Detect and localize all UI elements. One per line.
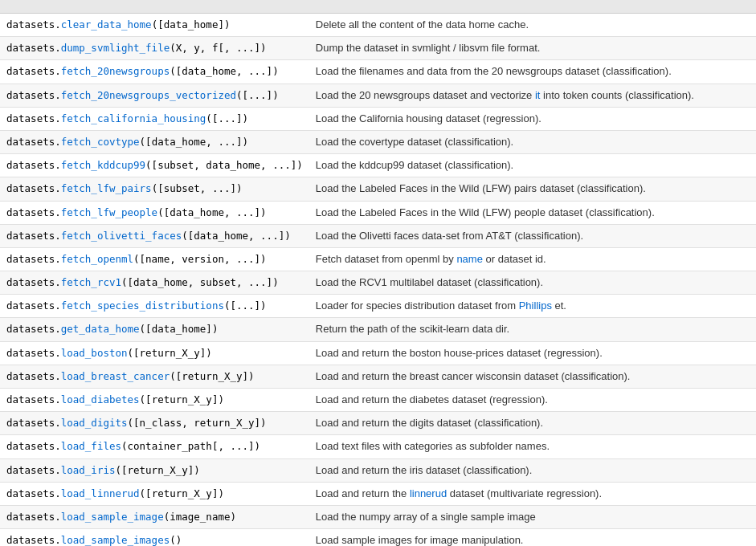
description-cell: Load and return the digits dataset (clas… [309, 412, 756, 435]
description-cell: Load the kddcup99 dataset (classificatio… [309, 154, 756, 177]
loaders-table: datasets.clear_data_home([data_home])Del… [0, 14, 756, 546]
description-cell: Load sample images for image manipulatio… [309, 529, 756, 546]
func-prefix: datasets. [6, 230, 61, 242]
table-row: datasets.clear_data_home([data_home])Del… [0, 14, 756, 37]
function-cell: datasets.fetch_20newsgroups([data_home, … [0, 60, 309, 84]
func-name-link[interactable]: clear_data_home [61, 18, 152, 31]
table-row: datasets.load_boston([return_X_y])Load a… [0, 341, 756, 365]
func-name-link[interactable]: dump_svmlight_file [61, 42, 170, 54]
description-cell: Return the path of the scikit-learn data… [309, 318, 756, 341]
func-prefix: datasets. [6, 299, 61, 312]
description-cell: Load the California housing dataset (reg… [309, 107, 756, 130]
table-row: datasets.fetch_california_housing([...])… [0, 107, 756, 130]
function-cell: datasets.fetch_openml([name, version, ..… [0, 247, 309, 271]
func-name-link[interactable]: load_files [61, 440, 121, 452]
func-suffix: (image_name) [164, 511, 236, 523]
table-row: datasets.load_breast_cancer([return_X_y]… [0, 365, 756, 388]
function-cell: datasets.fetch_olivetti_faces([data_home… [0, 224, 309, 247]
function-cell: datasets.fetch_california_housing([...]) [0, 107, 309, 130]
description-cell: Dump the dataset in svmlight / libsvm fi… [309, 37, 756, 60]
function-cell: datasets.load_boston([return_X_y]) [0, 341, 309, 365]
table-row: datasets.fetch_openml([name, version, ..… [0, 247, 756, 271]
description-cell: Load and return the boston house-prices … [309, 341, 756, 365]
function-cell: datasets.load_files(container_path[, ...… [0, 435, 309, 458]
func-name-link[interactable]: load_linnerud [61, 487, 140, 499]
func-name-link[interactable]: fetch_california_housing [61, 112, 206, 124]
description-cell: Load the RCV1 multilabel dataset (classi… [309, 271, 756, 295]
function-cell: datasets.load_iris([return_X_y]) [0, 458, 309, 482]
func-prefix: datasets. [6, 42, 61, 54]
table-row: datasets.fetch_covtype([data_home, ...])… [0, 130, 756, 153]
func-name-link[interactable]: load_boston [61, 347, 128, 359]
func-name-link[interactable]: load_iris [61, 464, 116, 476]
table-row: datasets.fetch_species_distributions([..… [0, 295, 756, 318]
func-suffix: ([return_X_y]) [128, 347, 212, 359]
table-row: datasets.fetch_rcv1([data_home, subset, … [0, 271, 756, 295]
func-prefix: datasets. [6, 347, 61, 359]
func-name-link[interactable]: load_sample_image [61, 511, 164, 523]
table-row: datasets.get_data_home([data_home])Retur… [0, 318, 756, 341]
table-row: datasets.load_iris([return_X_y])Load and… [0, 458, 756, 482]
func-suffix: ([...]) [224, 299, 267, 312]
func-name-link[interactable]: fetch_openml [61, 253, 133, 265]
function-cell: datasets.fetch_lfw_pairs([subset, ...]) [0, 177, 309, 201]
table-row: datasets.load_files(container_path[, ...… [0, 435, 756, 458]
func-name-link[interactable]: fetch_lfw_people [61, 206, 157, 218]
func-prefix: datasets. [6, 417, 61, 429]
func-name-link[interactable]: get_data_home [61, 323, 140, 335]
func-prefix: datasets. [6, 487, 61, 499]
func-suffix: ([return_X_y]) [170, 370, 254, 382]
func-name-link[interactable]: fetch_covtype [61, 136, 140, 148]
description-cell: Fetch dataset from openml by name or dat… [309, 247, 756, 271]
function-cell: datasets.fetch_20newsgroups_vectorized([… [0, 84, 309, 107]
function-cell: datasets.load_breast_cancer([return_X_y]… [0, 365, 309, 388]
table-row: datasets.fetch_lfw_pairs([subset, ...])L… [0, 177, 756, 201]
table-row: datasets.load_linnerud([return_X_y])Load… [0, 482, 756, 505]
function-cell: datasets.fetch_rcv1([data_home, subset, … [0, 271, 309, 295]
func-suffix: (container_path[, ...]) [121, 440, 260, 452]
function-cell: datasets.load_digits([n_class, return_X_… [0, 412, 309, 435]
func-prefix: datasets. [6, 276, 61, 288]
description-cell: Load the Labeled Faces in the Wild (LFW)… [309, 201, 756, 224]
description-cell: Load the 20 newsgroups dataset and vecto… [309, 84, 756, 107]
func-name-link[interactable]: fetch_species_distributions [61, 299, 224, 312]
function-cell: datasets.fetch_kddcup99([subset, data_ho… [0, 154, 309, 177]
func-prefix: datasets. [6, 18, 61, 31]
func-prefix: datasets. [6, 253, 61, 265]
func-suffix: ([data_home, subset, ...]) [121, 276, 279, 288]
description-cell: Load and return the linnerud dataset (mu… [309, 482, 756, 505]
description-cell: Load the Olivetti faces data-set from AT… [309, 224, 756, 247]
func-suffix: ([subset, ...]) [152, 182, 243, 194]
table-row: datasets.load_sample_image(image_name)Lo… [0, 505, 756, 528]
func-prefix: datasets. [6, 182, 61, 194]
func-suffix: ([data_home]) [152, 18, 231, 31]
description-cell: Load and return the breast cancer wiscon… [309, 365, 756, 388]
func-name-link[interactable]: load_diabetes [61, 393, 140, 405]
function-cell: datasets.dump_svmlight_file(X, y, f[, ..… [0, 37, 309, 60]
table-row: datasets.load_diabetes([return_X_y])Load… [0, 389, 756, 412]
func-name-link[interactable]: fetch_20newsgroups [61, 65, 170, 77]
func-suffix: ([...]) [206, 112, 248, 124]
func-name-link[interactable]: fetch_lfw_pairs [61, 182, 152, 194]
func-name-link[interactable]: load_sample_images [61, 534, 170, 546]
description-cell: Load the Labeled Faces in the Wild (LFW)… [309, 177, 756, 201]
func-name-link[interactable]: fetch_kddcup99 [61, 159, 145, 171]
table-row: datasets.load_sample_images()Load sample… [0, 529, 756, 546]
function-cell: datasets.get_data_home([data_home]) [0, 318, 309, 341]
description-cell: Load and return the diabetes dataset (re… [309, 389, 756, 412]
func-suffix: ([n_class, return_X_y]) [128, 417, 267, 429]
func-name-link[interactable]: fetch_olivetti_faces [61, 230, 182, 242]
func-prefix: datasets. [6, 440, 61, 452]
func-name-link[interactable]: fetch_20newsgroups_vectorized [61, 89, 236, 101]
func-name-link[interactable]: load_breast_cancer [61, 370, 170, 382]
func-name-link[interactable]: fetch_rcv1 [61, 276, 121, 288]
function-cell: datasets.load_sample_images() [0, 529, 309, 546]
func-name-link[interactable]: load_digits [61, 417, 128, 429]
table-row: datasets.fetch_20newsgroups_vectorized([… [0, 84, 756, 107]
description-cell: Load the filenames and data from the 20 … [309, 60, 756, 84]
function-cell: datasets.clear_data_home([data_home]) [0, 14, 309, 37]
func-suffix: ([return_X_y]) [140, 393, 224, 405]
function-cell: datasets.fetch_lfw_people([data_home, ..… [0, 201, 309, 224]
func-suffix: ([data_home]) [140, 323, 219, 335]
func-suffix: (X, y, f[, ...]) [170, 42, 266, 54]
